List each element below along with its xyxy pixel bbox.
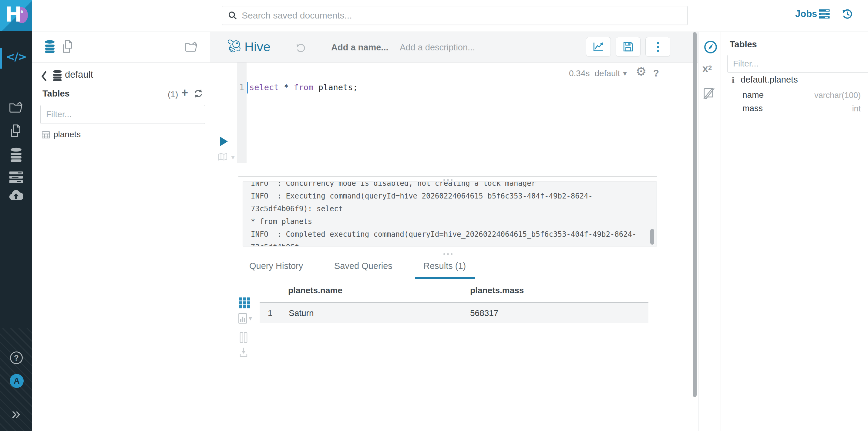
database-icon xyxy=(44,40,56,53)
code-icon: </> xyxy=(6,50,26,63)
sidebar-item-jobs[interactable] xyxy=(0,171,32,183)
sql-text: planets; xyxy=(313,83,358,92)
double-chevron-icon: » xyxy=(12,405,21,422)
cell-mass: 568317 xyxy=(470,308,498,318)
assist-tab-databases[interactable] xyxy=(44,40,56,53)
sql-text: * xyxy=(279,83,294,92)
hue-logo-letter: H xyxy=(5,2,22,26)
jobs-list-icon xyxy=(819,9,830,19)
grid-view-button[interactable] xyxy=(239,297,250,308)
schema-column-name[interactable]: name xyxy=(742,90,764,100)
book-icon xyxy=(703,87,715,100)
chevron-left-icon xyxy=(41,71,47,81)
search-input[interactable] xyxy=(242,10,682,21)
right-panel-title: Tables xyxy=(730,39,757,50)
tab-query-history[interactable]: Query History xyxy=(249,261,303,271)
assistant-tab-functions[interactable]: x2 xyxy=(703,62,712,74)
left-navbar: H </> xyxy=(0,0,32,431)
tab-saved-queries[interactable]: Saved Queries xyxy=(334,261,393,271)
info-icon[interactable]: i xyxy=(732,75,735,85)
jobs-list-button[interactable] xyxy=(819,9,830,19)
global-search[interactable] xyxy=(222,6,687,25)
folder-document-icon xyxy=(185,40,198,53)
save-button[interactable] xyxy=(616,37,641,56)
chart-settings-button[interactable] xyxy=(586,37,611,56)
hue-logo[interactable]: H xyxy=(0,0,32,31)
column-header-name[interactable]: planets.name xyxy=(288,286,342,295)
hive-bee-icon xyxy=(226,38,243,55)
execution-info: 0.34s default ▾ xyxy=(569,68,627,78)
log-line: INFO : Completed executing command(query… xyxy=(251,228,649,247)
log-lines: INFO : Concurrency mode is disabled, not… xyxy=(243,181,657,247)
chart-view-button[interactable]: ▾ xyxy=(238,313,252,323)
save-icon xyxy=(623,41,633,52)
execute-query-button[interactable] xyxy=(220,137,228,146)
chevron-down-icon[interactable]: ▾ xyxy=(623,69,627,78)
editor-settings-button[interactable]: ⚙ xyxy=(636,64,647,78)
more-actions-button[interactable] xyxy=(645,37,670,56)
format-query-button[interactable]: ▾ xyxy=(217,152,235,162)
database-icon xyxy=(9,147,23,162)
query-name-field[interactable]: Add a name... xyxy=(331,42,389,53)
log-resize-handle[interactable] xyxy=(443,179,453,181)
assist-tab-projects[interactable] xyxy=(185,40,198,53)
tab-results[interactable]: Results (1) xyxy=(423,261,466,271)
add-table-button[interactable]: + xyxy=(181,87,188,98)
sidebar-item-documents[interactable] xyxy=(0,100,32,113)
jobs-link[interactable]: Jobs xyxy=(795,8,817,20)
query-editor-line[interactable]: select * from planets; xyxy=(249,83,358,92)
log-line: * from planets xyxy=(251,215,649,228)
tables-filter-input[interactable] xyxy=(40,105,205,124)
history-icon xyxy=(296,43,306,53)
refresh-icon xyxy=(193,89,203,98)
table-item-planets[interactable]: planets xyxy=(53,130,81,139)
columns-icon xyxy=(240,332,247,343)
columns-view-button[interactable] xyxy=(240,332,247,343)
download-icon xyxy=(240,347,247,357)
editor-help-button[interactable]: ? xyxy=(653,68,659,79)
schema-column-name[interactable]: mass xyxy=(742,104,763,113)
tables-count-badge: (1) xyxy=(168,90,178,99)
user-avatar[interactable]: A xyxy=(10,374,24,388)
results-resize-handle[interactable] xyxy=(443,253,453,255)
query-description-field[interactable]: Add a description... xyxy=(400,42,475,53)
download-results-button[interactable] xyxy=(240,347,247,357)
server-stack-icon xyxy=(9,171,23,183)
right-tables-filter-input[interactable] xyxy=(727,55,868,73)
chevron-down-icon: ▾ xyxy=(231,153,235,162)
assist-tab-documents[interactable] xyxy=(61,40,74,53)
execution-log[interactable]: INFO : Concurrency mode is disabled, not… xyxy=(243,181,657,247)
assistant-tab-editor[interactable] xyxy=(704,40,718,54)
back-button[interactable] xyxy=(41,71,47,81)
search-icon xyxy=(228,11,238,20)
x2-icon: x xyxy=(703,62,708,74)
sidebar-item-files[interactable] xyxy=(0,124,32,138)
breadcrumb-database[interactable]: default xyxy=(65,69,93,80)
cloud-upload-icon xyxy=(9,190,23,201)
query-history-button[interactable] xyxy=(296,43,306,53)
column-header-mass[interactable]: planets.mass xyxy=(470,286,524,295)
assistant-tab-language-reference[interactable] xyxy=(703,87,715,100)
expand-sidebar-button[interactable]: » xyxy=(0,405,32,421)
help-button[interactable]: ? xyxy=(10,351,23,364)
history-button[interactable] xyxy=(842,8,853,20)
sidebar-item-tables[interactable] xyxy=(0,147,32,162)
bar-chart-icon xyxy=(238,313,247,323)
x2-sup: 2 xyxy=(708,64,712,71)
main-scrollbar-thumb[interactable] xyxy=(693,32,696,397)
log-scrollbar-thumb[interactable] xyxy=(650,229,654,245)
editor-log-divider xyxy=(238,176,657,177)
line-number: 1 xyxy=(235,83,244,92)
map-icon xyxy=(217,152,229,162)
left-panel-divider[interactable] xyxy=(210,0,210,431)
log-line: INFO : Concurrency mode is disabled, not… xyxy=(251,181,649,190)
refresh-button[interactable] xyxy=(193,89,203,98)
table-row[interactable] xyxy=(259,303,648,323)
cell-name: Saturn xyxy=(289,308,314,318)
compass-icon xyxy=(704,40,718,54)
sidebar-item-editor[interactable]: </> xyxy=(0,50,32,63)
engine-dropdown[interactable]: default xyxy=(595,68,620,78)
sidebar-item-importer[interactable] xyxy=(0,190,32,201)
help-icon: ? xyxy=(14,353,19,363)
schema-table-name[interactable]: default.planets xyxy=(741,75,798,85)
